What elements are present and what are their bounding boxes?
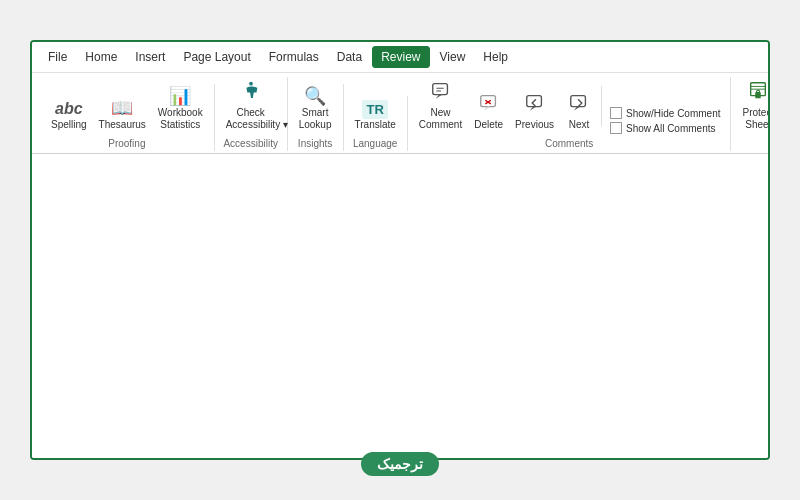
option-label-show-hide-comment: Show/Hide Comment: [626, 108, 720, 119]
ribbon-btn-check-accessibility[interactable]: CheckAccessibility ▾: [221, 77, 281, 134]
option-show-all-comments[interactable]: Show All Comments: [610, 122, 720, 134]
svg-rect-4: [480, 96, 495, 107]
watermark: ترجمیک: [361, 452, 439, 476]
menu-item-insert[interactable]: Insert: [127, 47, 173, 67]
group-label-proofing: Proofing: [108, 138, 145, 149]
svg-rect-8: [571, 96, 586, 107]
option-label-show-all-comments: Show All Comments: [626, 123, 715, 134]
checkbox-show-all-comments[interactable]: [610, 122, 622, 134]
excel-window: FileHomeInsertPage LayoutFormulasDataRev…: [30, 40, 770, 460]
comments-options: Show/Hide CommentShow All Comments: [606, 107, 724, 134]
ribbon-btn-spelling[interactable]: abc Spelling: [46, 96, 92, 134]
menu-item-file[interactable]: File: [40, 47, 75, 67]
menu-item-help[interactable]: Help: [475, 47, 516, 67]
ribbon-group-language: TR TranslateLanguage: [344, 96, 408, 151]
ribbon-btn-delete[interactable]: Delete: [469, 89, 508, 134]
svg-rect-12: [756, 92, 762, 98]
ribbon-btn-translate[interactable]: TR Translate: [350, 96, 401, 134]
ribbon-group-accessibility: CheckAccessibility ▾Accessibility: [215, 77, 288, 151]
svg-rect-1: [432, 84, 447, 95]
ribbon-btn-new-comment[interactable]: NewComment: [414, 77, 467, 134]
watermark-text: ترجمیک: [377, 456, 423, 472]
ribbon-group-proofing: abc Spelling📖 Thesaurus📊 WorkbookStatist…: [40, 84, 215, 151]
svg-point-0: [249, 82, 253, 86]
group-label-comments: Comments: [545, 138, 593, 149]
ribbon-btn-protect-sheet[interactable]: ProtectSheet: [737, 77, 770, 134]
ribbon-btn-next[interactable]: Next: [561, 89, 597, 134]
menu-item-data[interactable]: Data: [329, 47, 370, 67]
ribbon: abc Spelling📖 Thesaurus📊 WorkbookStatist…: [32, 73, 768, 154]
menu-item-page-layout[interactable]: Page Layout: [175, 47, 258, 67]
ribbon-group-protect: ProtectSheet ProtectWorkbook Allow EditR…: [731, 77, 770, 151]
checkbox-show-hide-comment[interactable]: [610, 107, 622, 119]
menu-item-view[interactable]: View: [432, 47, 474, 67]
content-area: [32, 154, 768, 458]
menu-item-home[interactable]: Home: [77, 47, 125, 67]
ribbon-group-comments: NewComment Delete Previous NextShow/Hide…: [408, 77, 732, 151]
group-label-insights: Insights: [298, 138, 332, 149]
group-label-language: Language: [353, 138, 398, 149]
ribbon-btn-workbook-statistics[interactable]: 📊 WorkbookStatistics: [153, 84, 208, 134]
group-label-accessibility: Accessibility: [223, 138, 277, 149]
ribbon-btn-thesaurus[interactable]: 📖 Thesaurus: [94, 96, 151, 134]
ribbon-group-insights: 🔍 SmartLookupInsights: [288, 84, 344, 151]
comments-divider: [601, 86, 602, 126]
menu-item-review[interactable]: Review: [372, 46, 429, 68]
option-show-hide-comment[interactable]: Show/Hide Comment: [610, 107, 720, 119]
ribbon-btn-smart-lookup[interactable]: 🔍 SmartLookup: [294, 84, 337, 134]
menu-bar: FileHomeInsertPage LayoutFormulasDataRev…: [32, 42, 768, 73]
menu-item-formulas[interactable]: Formulas: [261, 47, 327, 67]
ribbon-btn-previous[interactable]: Previous: [510, 89, 559, 134]
